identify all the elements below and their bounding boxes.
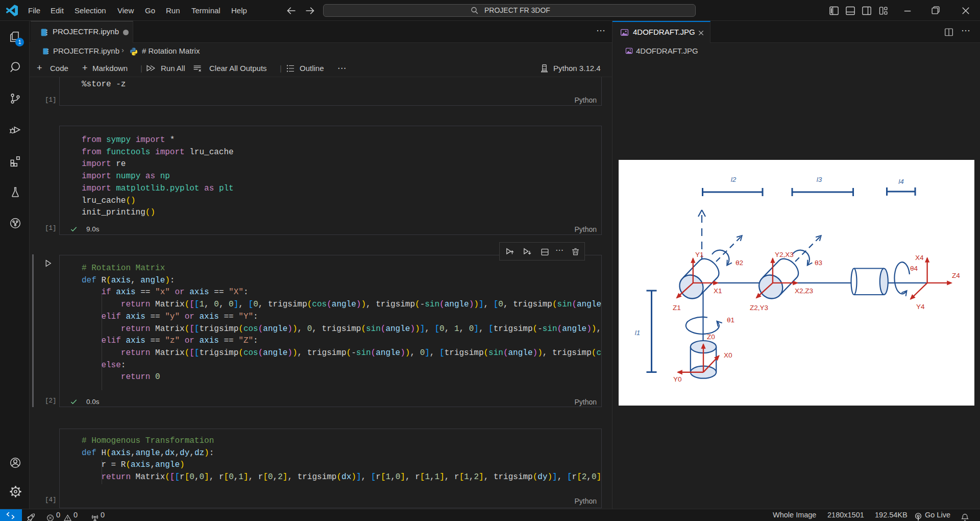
svg-text:l2: l2: [731, 176, 737, 183]
svg-text:Y0: Y0: [673, 375, 682, 383]
svg-text:θ4: θ4: [910, 265, 918, 272]
svg-text:X0: X0: [724, 351, 732, 359]
svg-text:X1: X1: [714, 287, 722, 295]
svg-text:θ3: θ3: [815, 259, 822, 267]
svg-text:Z2,Y3: Z2,Y3: [750, 304, 768, 312]
svg-text:l3: l3: [817, 176, 822, 183]
svg-text:Z1: Z1: [673, 304, 681, 312]
svg-text:θ1: θ1: [727, 316, 734, 324]
svg-text:θ2: θ2: [736, 259, 743, 267]
svg-text:Y1: Y1: [695, 251, 704, 258]
svg-text:Y4: Y4: [916, 303, 925, 311]
svg-text:Z0: Z0: [707, 333, 715, 341]
svg-text:X2,Z3: X2,Z3: [795, 287, 813, 295]
svg-text:Z4: Z4: [952, 272, 960, 279]
svg-text:l4: l4: [898, 178, 904, 185]
svg-text:X4: X4: [915, 254, 924, 262]
svg-text:Y2,X3: Y2,X3: [775, 251, 794, 258]
svg-text:l1: l1: [635, 329, 641, 337]
